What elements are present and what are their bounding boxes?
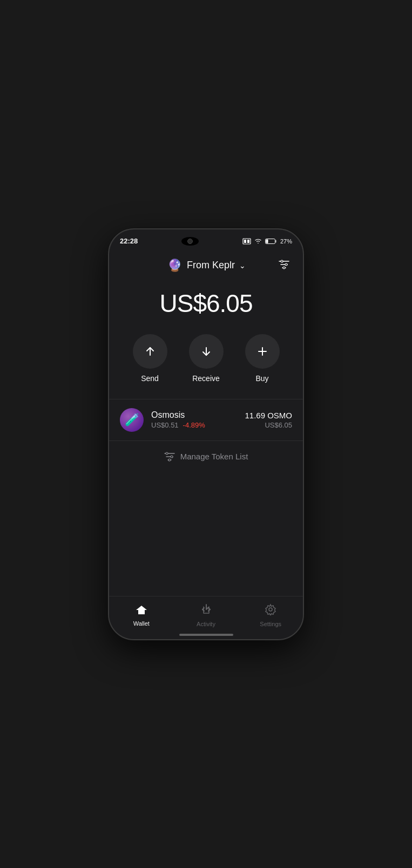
status-bar: 22:28 (109, 229, 303, 249)
home-indicator (179, 634, 233, 636)
osmosis-icon: 🧪 (120, 408, 144, 432)
token-name: Osmosis (151, 410, 237, 420)
filter-button[interactable] (276, 257, 292, 274)
receive-label: Receive (192, 374, 220, 383)
balance-section: US$6.05 (109, 278, 303, 334)
svg-rect-1 (244, 240, 246, 243)
phone-shell: 22:28 (108, 228, 304, 640)
receive-circle[interactable] (189, 334, 224, 369)
svg-point-10 (285, 263, 287, 266)
settings-nav-label: Settings (260, 621, 281, 627)
activity-nav-label: Activity (197, 621, 215, 627)
buy-circle[interactable] (245, 334, 280, 369)
sim-icon (242, 238, 251, 245)
wallet-emoji: 🔮 (167, 258, 183, 273)
token-value: US$6.05 (245, 421, 292, 429)
screen: 22:28 (109, 229, 303, 639)
svg-point-11 (283, 267, 285, 269)
svg-rect-5 (266, 239, 268, 243)
svg-point-19 (166, 452, 168, 455)
bottom-nav: Wallet Activity (109, 596, 303, 639)
manage-token-list-button[interactable]: Manage Token List (109, 441, 303, 472)
send-label: Send (141, 374, 159, 383)
status-icons: 27% (242, 238, 292, 245)
nav-activity[interactable]: Activity (174, 599, 239, 632)
buy-button[interactable]: Buy (245, 334, 280, 383)
camera-notch (181, 237, 199, 246)
token-amount: 11.69 OSMO (245, 411, 292, 420)
action-buttons: Send Receive (109, 334, 303, 399)
nav-settings[interactable]: Settings (238, 599, 303, 632)
settings-nav-icon (265, 603, 276, 619)
svg-point-21 (168, 459, 171, 461)
wallet-selector[interactable]: 🔮 From Keplr ⌄ (167, 258, 246, 273)
status-time: 22:28 (120, 237, 138, 245)
manage-token-label: Manage Token List (180, 452, 248, 461)
send-button[interactable]: Send (133, 334, 167, 383)
svg-point-27 (269, 608, 272, 611)
token-info-osmosis: Osmosis US$0.51 -4.89% (151, 410, 237, 429)
svg-point-20 (171, 456, 173, 458)
svg-point-9 (281, 260, 283, 262)
wallet-name: From Keplr (187, 260, 235, 271)
token-amounts: 11.69 OSMO US$6.05 (245, 411, 292, 429)
svg-rect-2 (247, 240, 249, 243)
wallet-nav-label: Wallet (133, 620, 150, 627)
battery-icon (265, 238, 277, 245)
camera-dot (187, 239, 193, 244)
svg-rect-4 (275, 240, 276, 242)
token-price-row: US$0.51 -4.89% (151, 421, 237, 429)
balance-amount: US$6.05 (120, 289, 292, 318)
nav-wallet[interactable]: Wallet (109, 600, 174, 631)
token-item-osmosis[interactable]: 🧪 Osmosis US$0.51 -4.89% 11.69 OSMO US$6… (109, 399, 303, 441)
chevron-down-icon: ⌄ (239, 261, 246, 270)
header: 🔮 From Keplr ⌄ (109, 249, 303, 278)
buy-label: Buy (255, 374, 268, 383)
wifi-icon (254, 238, 262, 244)
activity-nav-icon (202, 603, 211, 619)
token-change: -4.89% (183, 421, 205, 429)
manage-token-icon (164, 452, 175, 462)
receive-button[interactable]: Receive (189, 334, 224, 383)
token-price: US$0.51 (151, 421, 179, 429)
wallet-nav-icon (136, 604, 147, 618)
token-list: 🧪 Osmosis US$0.51 -4.89% 11.69 OSMO US$6… (109, 399, 303, 441)
svg-marker-22 (136, 606, 147, 614)
send-circle[interactable] (133, 334, 167, 369)
battery-text: 27% (280, 238, 292, 245)
main-content: 🔮 From Keplr ⌄ US$6.05 (109, 249, 303, 596)
